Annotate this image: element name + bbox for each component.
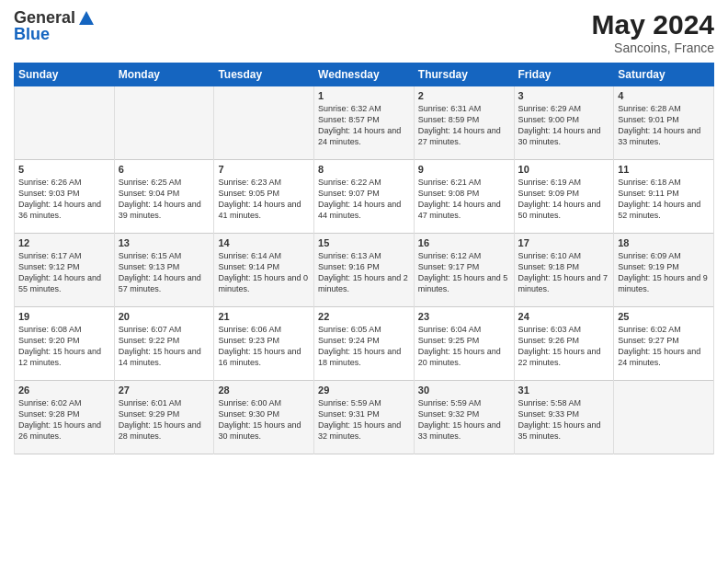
day-number: 11 (618, 164, 710, 175)
calendar-cell: 17Sunrise: 6:10 AMSunset: 9:18 PMDayligh… (514, 234, 614, 307)
cell-info: Sunrise: 6:31 AMSunset: 8:59 PMDaylight:… (418, 104, 501, 146)
calendar-week-3: 12Sunrise: 6:17 AMSunset: 9:12 PMDayligh… (15, 234, 714, 307)
page-container: General Blue May 2024 Sancoins, France S… (0, 0, 728, 464)
day-header-saturday: Saturday (614, 63, 714, 86)
calendar-cell: 18Sunrise: 6:09 AMSunset: 9:19 PMDayligh… (614, 234, 714, 307)
cell-info: Sunrise: 6:28 AMSunset: 9:01 PMDaylight:… (618, 104, 700, 146)
calendar-cell (214, 86, 314, 160)
day-header-monday: Monday (114, 63, 214, 86)
day-header-wednesday: Wednesday (314, 63, 415, 86)
day-header-thursday: Thursday (414, 63, 514, 86)
day-number: 14 (218, 237, 310, 248)
cell-info: Sunrise: 5:59 AMSunset: 9:32 PMDaylight:… (418, 398, 501, 441)
cell-info: Sunrise: 6:18 AMSunset: 9:11 PMDaylight:… (618, 178, 700, 220)
title-block: May 2024 Sancoins, France (592, 9, 714, 55)
cell-info: Sunrise: 6:32 AMSunset: 8:57 PMDaylight:… (318, 104, 401, 146)
day-number: 10 (518, 164, 610, 175)
calendar-cell: 1Sunrise: 6:32 AMSunset: 8:57 PMDaylight… (314, 86, 415, 160)
calendar-cell: 16Sunrise: 6:12 AMSunset: 9:17 PMDayligh… (414, 234, 514, 307)
calendar-cell: 13Sunrise: 6:15 AMSunset: 9:13 PMDayligh… (114, 234, 214, 307)
cell-info: Sunrise: 5:59 AMSunset: 9:31 PMDaylight:… (318, 398, 401, 441)
cell-info: Sunrise: 6:17 AMSunset: 9:12 PMDaylight:… (18, 251, 101, 293)
cell-info: Sunrise: 6:23 AMSunset: 9:05 PMDaylight:… (218, 178, 301, 220)
cell-info: Sunrise: 6:05 AMSunset: 9:24 PMDaylight:… (318, 325, 401, 367)
day-number: 16 (418, 237, 510, 248)
day-number: 8 (318, 164, 410, 175)
day-number: 13 (119, 237, 210, 248)
calendar-cell: 14Sunrise: 6:14 AMSunset: 9:14 PMDayligh… (214, 234, 314, 307)
calendar-cell: 3Sunrise: 6:29 AMSunset: 9:00 PMDaylight… (514, 86, 614, 160)
calendar-cell: 24Sunrise: 6:03 AMSunset: 9:26 PMDayligh… (514, 307, 614, 381)
month-year: May 2024 (592, 9, 714, 40)
cell-info: Sunrise: 6:29 AMSunset: 9:00 PMDaylight:… (518, 104, 601, 146)
cell-info: Sunrise: 6:08 AMSunset: 9:20 PMDaylight:… (18, 325, 101, 367)
calendar-cell: 5Sunrise: 6:26 AMSunset: 9:03 PMDaylight… (15, 160, 115, 234)
cell-info: Sunrise: 6:26 AMSunset: 9:03 PMDaylight:… (18, 178, 101, 220)
cell-info: Sunrise: 6:13 AMSunset: 9:16 PMDaylight:… (318, 251, 408, 293)
day-number: 25 (618, 311, 710, 322)
day-number: 30 (418, 385, 510, 396)
calendar-cell: 22Sunrise: 6:05 AMSunset: 9:24 PMDayligh… (314, 307, 415, 381)
calendar-table: SundayMondayTuesdayWednesdayThursdayFrid… (14, 63, 714, 454)
day-number: 12 (18, 237, 110, 248)
calendar-cell: 2Sunrise: 6:31 AMSunset: 8:59 PMDaylight… (414, 86, 514, 160)
day-number: 6 (119, 164, 210, 175)
cell-info: Sunrise: 6:02 AMSunset: 9:27 PMDaylight:… (618, 325, 700, 367)
calendar-cell: 30Sunrise: 5:59 AMSunset: 9:32 PMDayligh… (414, 381, 514, 454)
day-number: 5 (18, 164, 110, 175)
day-number: 21 (218, 311, 310, 322)
cell-info: Sunrise: 6:00 AMSunset: 9:30 PMDaylight:… (218, 398, 301, 441)
cell-info: Sunrise: 6:12 AMSunset: 9:17 PMDaylight:… (418, 251, 508, 293)
calendar-cell (114, 86, 214, 160)
calendar-cell (614, 381, 714, 454)
logo-icon (78, 10, 95, 27)
svg-marker-0 (79, 11, 94, 25)
calendar-week-5: 26Sunrise: 6:02 AMSunset: 9:28 PMDayligh… (15, 381, 714, 454)
calendar-cell: 11Sunrise: 6:18 AMSunset: 9:11 PMDayligh… (614, 160, 714, 234)
cell-info: Sunrise: 6:02 AMSunset: 9:28 PMDaylight:… (18, 398, 101, 441)
day-number: 7 (218, 164, 310, 175)
calendar-cell: 15Sunrise: 6:13 AMSunset: 9:16 PMDayligh… (314, 234, 415, 307)
cell-info: Sunrise: 6:03 AMSunset: 9:26 PMDaylight:… (518, 325, 601, 367)
day-number: 26 (18, 385, 110, 396)
day-number: 27 (119, 385, 210, 396)
day-number: 2 (418, 90, 510, 101)
day-number: 15 (318, 237, 410, 248)
calendar-week-4: 19Sunrise: 6:08 AMSunset: 9:20 PMDayligh… (15, 307, 714, 381)
day-number: 19 (18, 311, 110, 322)
calendar-cell: 10Sunrise: 6:19 AMSunset: 9:09 PMDayligh… (514, 160, 614, 234)
calendar-header-row: SundayMondayTuesdayWednesdayThursdayFrid… (15, 63, 714, 86)
day-header-sunday: Sunday (15, 63, 115, 86)
cell-info: Sunrise: 6:06 AMSunset: 9:23 PMDaylight:… (218, 325, 301, 367)
cell-info: Sunrise: 6:21 AMSunset: 9:08 PMDaylight:… (418, 178, 501, 220)
day-number: 22 (318, 311, 410, 322)
logo: General Blue (14, 9, 95, 44)
day-number: 28 (218, 385, 310, 396)
day-number: 24 (518, 311, 610, 322)
day-number: 18 (618, 237, 710, 248)
cell-info: Sunrise: 6:04 AMSunset: 9:25 PMDaylight:… (418, 325, 501, 367)
day-number: 4 (618, 90, 710, 101)
cell-info: Sunrise: 6:19 AMSunset: 9:09 PMDaylight:… (518, 178, 601, 220)
calendar-cell (15, 86, 115, 160)
cell-info: Sunrise: 6:25 AMSunset: 9:04 PMDaylight:… (119, 178, 201, 220)
calendar-cell: 29Sunrise: 5:59 AMSunset: 9:31 PMDayligh… (314, 381, 415, 454)
cell-info: Sunrise: 6:10 AMSunset: 9:18 PMDaylight:… (518, 251, 609, 293)
day-number: 17 (518, 237, 610, 248)
day-number: 1 (318, 90, 410, 101)
cell-info: Sunrise: 6:14 AMSunset: 9:14 PMDaylight:… (218, 251, 308, 293)
cell-info: Sunrise: 6:22 AMSunset: 9:07 PMDaylight:… (318, 178, 401, 220)
day-number: 3 (518, 90, 610, 101)
cell-info: Sunrise: 5:58 AMSunset: 9:33 PMDaylight:… (518, 398, 601, 441)
day-number: 29 (318, 385, 410, 396)
cell-info: Sunrise: 6:07 AMSunset: 9:22 PMDaylight:… (119, 325, 201, 367)
calendar-cell: 8Sunrise: 6:22 AMSunset: 9:07 PMDaylight… (314, 160, 415, 234)
calendar-cell: 9Sunrise: 6:21 AMSunset: 9:08 PMDaylight… (414, 160, 514, 234)
calendar-cell: 7Sunrise: 6:23 AMSunset: 9:05 PMDaylight… (214, 160, 314, 234)
calendar-cell: 12Sunrise: 6:17 AMSunset: 9:12 PMDayligh… (15, 234, 115, 307)
day-number: 20 (119, 311, 210, 322)
calendar-cell: 28Sunrise: 6:00 AMSunset: 9:30 PMDayligh… (214, 381, 314, 454)
cell-info: Sunrise: 6:15 AMSunset: 9:13 PMDaylight:… (119, 251, 201, 293)
calendar-cell: 27Sunrise: 6:01 AMSunset: 9:29 PMDayligh… (114, 381, 214, 454)
logo-blue: Blue (14, 26, 95, 44)
